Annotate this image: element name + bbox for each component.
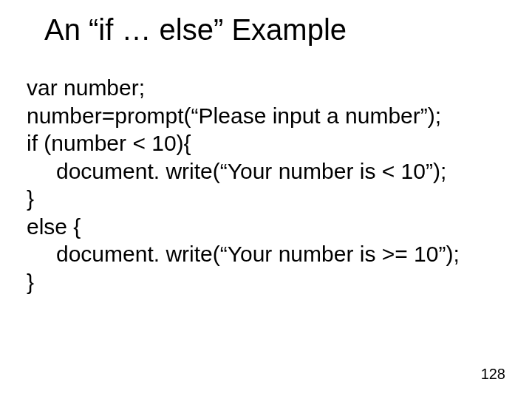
code-line-7: document. write(“Your number is >= 10”); xyxy=(27,240,505,268)
code-line-5: } xyxy=(27,185,505,213)
code-line-2: number=prompt(“Please input a number”); xyxy=(27,102,505,130)
code-line-1: var number; xyxy=(27,74,505,102)
slide: An “if … else” Example var number; numbe… xyxy=(0,0,532,399)
page-number: 128 xyxy=(481,366,505,383)
slide-title: An “if … else” Example xyxy=(44,13,347,47)
code-line-8: } xyxy=(27,268,505,296)
code-line-3: if (number < 10){ xyxy=(27,129,505,157)
code-line-4: document. write(“Your number is < 10”); xyxy=(27,157,505,185)
code-block: var number; number=prompt(“Please input … xyxy=(27,74,505,296)
code-line-6: else { xyxy=(27,213,505,241)
